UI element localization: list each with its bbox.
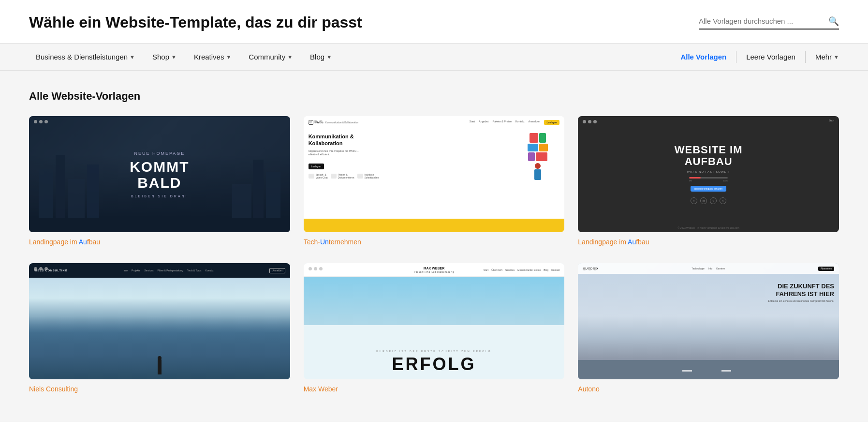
autono-cta-btn: Abonnieren (818, 267, 834, 271)
dot (593, 267, 597, 270)
nav-item-business[interactable]: Business & Dienstleistungen ▼ (29, 49, 142, 65)
aufbau-progress-bar (689, 177, 728, 179)
tech-subtext: Organisieren Sie Ihre Projekte mit WeDu … (309, 149, 513, 157)
template-thumbnail-4: NIELS CONSULTING Info Projekte Services … (29, 263, 290, 379)
dot (319, 267, 323, 270)
aufbau-sub: WIR SIND FAST SOWEIT (687, 170, 730, 173)
weber-nav-lebenswandel: Meinenwandel lektion (517, 269, 541, 271)
main-content: Alle Website-Vorlagen (0, 71, 868, 422)
tech-feature-1: Sprach- &Video-Chat (316, 173, 328, 179)
template-label-text-1: Landingpage im Aufbau (29, 238, 100, 246)
template-card-autono[interactable]: AUTONO Technologie Info Karriere Abonnie… (578, 263, 839, 393)
nav-label-community: Community (249, 53, 285, 61)
illus-row-3 (528, 152, 547, 161)
coming-soon-label: NEUE HOMEPAGE (134, 151, 185, 156)
template-label-3: Landingpage im Aufbau (578, 238, 839, 246)
nav-link-alle-vorlagen[interactable]: Alle Vorlagen (680, 53, 726, 61)
dot (319, 120, 323, 123)
illus-block-green (539, 133, 546, 143)
character-head (535, 163, 541, 169)
illus-row-1 (530, 133, 546, 143)
illus-block-orange (539, 144, 548, 151)
tech-icon-sq-2 (331, 174, 337, 179)
dot (593, 120, 597, 123)
nav-item-blog[interactable]: Blog ▼ (303, 49, 338, 65)
tech-icon-box-3: NahtloseSchnittstellen (357, 173, 379, 179)
template-card-max-weber[interactable]: MAX WEBERPersönliche Lebensberatung Star… (304, 263, 565, 393)
niels-cta: Anmelden (269, 268, 285, 273)
aufbau-footer-text: © 2023 Website · In Kürze verfügbar. Ers… (678, 226, 739, 229)
autono-nav-technologie: Technologie (691, 267, 705, 270)
illus-block-red2 (536, 152, 547, 161)
tech-body: Kommunikation &Kollaboration Organisiere… (304, 127, 565, 232)
tech-logo-tagline: Kommunikation & Kollaboration (325, 121, 359, 124)
nav-right: Alle Vorlagen Leere Vorlagen Mehr ▼ (680, 51, 839, 63)
progress-label-end: 100% (723, 179, 728, 182)
weber-nav-kontakt: Kontakt (551, 269, 559, 271)
tech-cta-btn: Loslegen (544, 120, 559, 125)
search-input[interactable] (699, 17, 824, 25)
dot (39, 120, 43, 123)
aufbau-content: Start WEBSITE IMAUFBAU WIR SIND FAST SOW… (578, 116, 839, 232)
chevron-down-icon: ▼ (326, 54, 332, 60)
weber-sky (304, 277, 565, 325)
tech-nav-anmelden: Anmelden (529, 120, 541, 125)
tech-nav-start: Start (469, 120, 475, 125)
nav-label-business: Business & Dienstleistungen (36, 53, 128, 61)
tech-icon-box-1: Sprach- &Video-Chat (309, 173, 328, 179)
autono-topbar: AUTONO Technologie Info Karriere Abonnie… (578, 263, 839, 274)
template-label-6: Autono (578, 385, 839, 393)
niels-nav-plaene: Pläne & Preisgestaltung (157, 269, 183, 272)
search-button[interactable]: 🔍 (828, 16, 839, 27)
tech-nav-angebot: Angebot (479, 120, 489, 125)
search-bar[interactable]: 🔍 (699, 16, 839, 30)
window-dots-5 (309, 267, 323, 270)
nav-item-kreatives[interactable]: Kreatives ▼ (187, 49, 238, 65)
template-label-2: Tech-Unternehmen (304, 238, 565, 246)
road-line-2 (721, 370, 731, 372)
nav-label-shop: Shop (152, 53, 169, 61)
template-label-text-5: Max Weber (304, 385, 338, 393)
nav-divider-2 (805, 51, 806, 63)
template-card-landingpage-aufbau-1[interactable]: NEUE HOMEPAGE KOMMTBALD BLEIBEN SIE DRAN… (29, 116, 290, 246)
dot (583, 267, 586, 270)
nav-link-leere-vorlagen[interactable]: Leere Vorlagen (746, 53, 795, 61)
social-icon-facebook: f (691, 197, 697, 204)
social-icon-instagram: ○ (710, 197, 717, 204)
nav-item-mehr[interactable]: Mehr ▼ (815, 53, 839, 61)
window-dots-3 (583, 120, 597, 123)
dot (39, 267, 43, 270)
nav-categories: Business & Dienstleistungen ▼ Shop ▼ Kre… (29, 49, 680, 65)
template-card-landingpage-aufbau-2[interactable]: Start WEBSITE IMAUFBAU WIR SIND FAST SOW… (578, 116, 839, 246)
nav-label-blog: Blog (310, 53, 324, 61)
aufbau-progress-fill (689, 177, 701, 179)
dot (583, 120, 586, 123)
template-thumbnail-2: WeDu Kommunikation & Kollaboration Start… (304, 116, 565, 232)
tech-feature-2: Planen &Dokumentieren (338, 173, 354, 179)
nav-item-community[interactable]: Community ▼ (242, 49, 299, 65)
dot (44, 120, 48, 123)
niels-nav-services: Services (144, 269, 153, 272)
chevron-down-icon: ▼ (171, 54, 177, 60)
template-label-text-3: Landingpage im Aufbau (578, 238, 649, 246)
nav-bar: Business & Dienstleistungen ▼ Shop ▼ Kre… (0, 44, 868, 71)
template-card-tech-unternehmen[interactable]: WeDu Kommunikation & Kollaboration Start… (304, 116, 565, 246)
dot (314, 267, 317, 270)
nav-item-shop[interactable]: Shop ▼ (146, 49, 183, 65)
person-body (158, 359, 162, 374)
dot (34, 120, 37, 123)
template-thumbnail-6: AUTONO Technologie Info Karriere Abonnie… (578, 263, 839, 379)
weber-quote-text: EHRGEIZ IST DER ERSTE SCHRITT ZUM ERFOLG (304, 350, 565, 353)
template-card-niels[interactable]: NIELS CONSULTING Info Projekte Services … (29, 263, 290, 393)
niels-nav-info: Info (124, 269, 128, 272)
nav-divider-1 (736, 51, 736, 63)
weber-logo: MAX WEBERPersönliche Lebensberatung (414, 267, 454, 273)
tech-icon-sq-1 (309, 174, 314, 179)
nav-label-mehr: Mehr (815, 53, 832, 61)
template-thumbnail-3: Start WEBSITE IMAUFBAU WIR SIND FAST SOW… (578, 116, 839, 232)
social-icon-linkedin: in (700, 197, 707, 204)
tech-illustration (516, 133, 559, 184)
weber-topbar: MAX WEBERPersönliche Lebensberatung Star… (304, 263, 565, 277)
character (533, 163, 543, 182)
search-icon: 🔍 (828, 16, 839, 26)
